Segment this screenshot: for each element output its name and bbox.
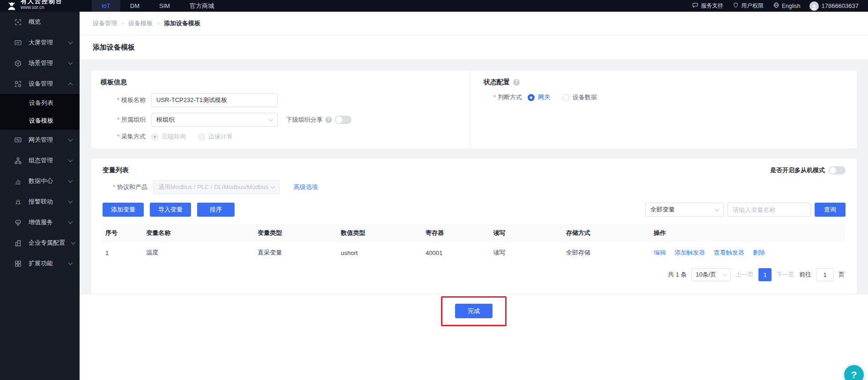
template-name-label: 模板名称 [101,96,146,104]
language-switch[interactable]: English [773,2,800,10]
radio-icon [151,133,158,140]
template-info-card: 模板信息 模板名称 所属组织 根组织 下级组织分享 采集方式 [91,71,857,148]
sidebar-item-topology[interactable]: 组态管理 [0,150,80,171]
multi-slave-toggle[interactable] [829,166,846,175]
data-center-icon [14,177,22,185]
page-unit-label: 页 [839,270,845,279]
sub-org-share-toggle[interactable] [335,116,352,124]
chat-icon [692,2,699,10]
sidebar-item-device-template[interactable]: 设备模板 [0,112,80,130]
breadcrumb-device-template[interactable]: 设备模板 [128,19,153,28]
sort-button[interactable]: 排序 [197,203,235,217]
variable-search-input[interactable] [728,203,811,217]
brand-name: 有人云控制台 [21,0,63,4]
sidebar-item-overview[interactable]: 概览 [0,12,80,32]
template-name-input[interactable] [151,93,278,107]
variable-list-title: 变量列表 [103,166,129,175]
cell-register: 40001 [423,242,490,263]
sidebar-item-device[interactable]: 设备管理 [0,73,80,94]
col-register: 寄存器 [423,224,490,242]
goto-page-input[interactable] [816,268,834,281]
chevron-down-icon [68,178,73,183]
sidebar-item-extension[interactable]: 扩展功能 [0,253,80,274]
tab-sim[interactable]: SIM [149,0,180,12]
chevron-up-icon [68,82,73,87]
shield-icon [733,2,739,10]
variable-filter-select[interactable]: 全部变量 [645,203,724,217]
usr-logo-icon [7,1,17,11]
import-variable-button[interactable]: 导入变量 [150,203,191,217]
help-icon[interactable] [513,79,520,86]
bigscreen-icon [14,39,22,47]
help-icon[interactable] [325,117,332,123]
permission-menu[interactable]: 用户权限 [733,2,764,10]
delete-link[interactable]: 删除 [753,249,765,256]
tab-mall[interactable]: 官方商城 [180,0,224,12]
gateway-icon [14,136,22,144]
topbar-right: 服务支持 用户权限 English 17866603637 [692,1,868,11]
cell-type: 直采变量 [255,242,338,263]
chevron-down-icon [723,271,728,276]
status-config-title: 状态配置 [484,78,857,87]
edit-link[interactable]: 编辑 [654,249,666,256]
col-rw: 读写 [490,224,563,242]
col-type: 变量类型 [255,224,338,242]
radio-device-data[interactable]: 设备数据 [562,93,597,102]
sidebar-item-alarm[interactable]: 报警联动 [0,191,80,212]
sidebar-item-value-service[interactable]: 增值服务 [0,212,80,233]
brand-url: www.usr.cn [21,5,63,10]
chevron-down-icon [68,261,73,265]
sidebar-item-enterprise[interactable]: 企业专属配置 [0,233,80,253]
org-select[interactable]: 根组织 [151,113,278,127]
template-info-section: 模板信息 模板名称 所属组织 根组织 下级组织分享 采集方式 [91,71,471,148]
advanced-options-link[interactable]: 高级选项 [294,183,318,191]
add-trigger-link[interactable]: 添加触发器 [675,249,705,256]
sidebar-item-gateway[interactable]: 网关管理 [0,130,80,150]
search-button[interactable]: 查询 [815,203,846,217]
add-variable-button[interactable]: 添加变量 [103,203,144,217]
sidebar: 概览 大屏管理 场景管理 设备管理 设备列表 设备模板 网关管理 组态管理 数据… [0,12,80,380]
col-actions: 操作 [651,224,846,242]
chevron-down-icon [269,117,273,121]
col-data-type: 数值类型 [338,224,423,242]
brand[interactable]: 有人云控制台 www.usr.cn [0,1,80,11]
col-no: 序号 [103,224,143,242]
overview-icon [14,18,22,26]
sidebar-item-scene[interactable]: 场景管理 [0,53,80,73]
prev-page-button[interactable]: 上一页 [736,270,754,279]
breadcrumb-device-management[interactable]: 设备管理 [93,19,117,28]
cell-data-type: ushort [338,242,423,263]
table-row: 1 温度 直采变量 ushort 40001 读写 全部存储 编辑 添加触发器 … [103,242,846,263]
breadcrumb: 设备管理 › 设备模板 › 添加设备模板 [80,12,868,36]
sidebar-item-device-list[interactable]: 设备列表 [0,94,80,112]
chevron-down-icon [68,219,73,224]
radio-edge-computing[interactable]: 边缘计算 [198,132,233,141]
tab-iot[interactable]: IoT [92,0,120,12]
chevron-down-icon [68,60,73,65]
org-label: 所属组织 [101,116,146,124]
footer-action-bar: 完成 [80,294,868,380]
radio-gateway[interactable]: 网关 [528,93,550,102]
finish-button[interactable]: 完成 [455,304,493,318]
next-page-button[interactable]: 下一页 [776,270,794,279]
variable-list-card: 变量列表 是否开启多从机模式 协议和产品 通用Modbus / PLC / DL… [91,159,857,294]
chevron-down-icon [68,40,73,44]
protocol-select[interactable]: 通用Modbus / PLC / DL/Modbus/Modbus RT [153,180,280,194]
topbar: 有人云控制台 www.usr.cn IoT DM SIM 官方商城 服务支持 用… [0,0,868,12]
view-trigger-link[interactable]: 查看触发器 [714,249,744,256]
cell-storage: 全部存储 [563,242,651,263]
page-size-select[interactable]: 10条/页 [691,268,731,281]
current-page-button[interactable]: 1 [758,268,772,281]
chevron-down-icon [271,184,275,189]
support-menu[interactable]: 服务支持 [692,2,723,10]
account-menu[interactable]: 17866603637 [809,1,859,11]
radio-icon [562,94,569,101]
cell-rw: 读写 [490,242,563,263]
sidebar-item-bigscreen[interactable]: 大屏管理 [0,32,80,53]
radio-icon [528,94,535,101]
radio-cloud-polling[interactable]: 云端轮询 [151,132,186,141]
template-info-title: 模板信息 [101,78,470,87]
sidebar-item-data-center[interactable]: 数据中心 [0,171,80,191]
table-header-row: 序号 变量名称 变量类型 数值类型 寄存器 读写 存储方式 操作 [103,224,846,242]
tab-dm[interactable]: DM [120,0,149,12]
